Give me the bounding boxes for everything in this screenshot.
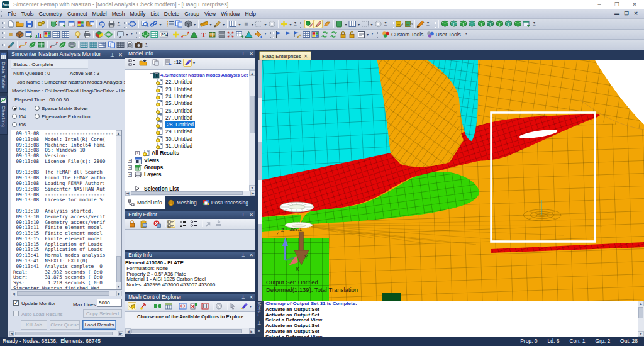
- user-tools-icon-label[interactable]: User Tools: [435, 31, 464, 38]
- note-edit-icon[interactable]: [395, 20, 404, 28]
- mesh-plus-icon[interactable]: [235, 30, 245, 39]
- tree-item-label[interactable]: 29..Untitled: [165, 128, 192, 135]
- document-tab-close-icon[interactable]: ✕: [304, 53, 308, 59]
- link-view-icon[interactable]: [150, 20, 159, 28]
- view-grid-icon[interactable]: [229, 20, 238, 28]
- tree-item-label[interactable]: Selection List: [144, 186, 179, 191]
- flag-post-icon[interactable]: [275, 30, 284, 39]
- tree-item-analysis-set[interactable]: −4..Simcenter Nastran Modes Analysis Set: [125, 72, 255, 79]
- view-select-icon[interactable]: ■: [6, 30, 16, 39]
- toolbox-icon[interactable]: [6, 40, 16, 49]
- scroll-up-button[interactable]: ▲: [638, 301, 644, 306]
- preferences-gears-icon[interactable]: [37, 20, 47, 28]
- max-lines-input[interactable]: 5000: [97, 299, 122, 307]
- grid-view-icon[interactable]: [167, 220, 175, 228]
- custom-tools-icon[interactable]: [382, 30, 391, 39]
- toolbar-overflow[interactable]: ▾─: [292, 21, 298, 26]
- tree-expander[interactable]: +: [128, 172, 132, 177]
- menu-model[interactable]: Model: [90, 9, 109, 19]
- h-box-icon[interactable]: [201, 302, 209, 310]
- highlighter-icon[interactable]: [183, 59, 192, 67]
- stack-icon[interactable]: [217, 30, 226, 39]
- tree-select-icon[interactable]: [189, 220, 198, 228]
- toolbar-grip[interactable]: [2, 42, 5, 48]
- lock1-icon[interactable]: [338, 30, 348, 39]
- toolbar-overflow[interactable]: ▾─: [143, 42, 149, 47]
- sidebar-tab-data-table[interactable]: Data Table: [0, 52, 8, 93]
- table-icon[interactable]: [164, 302, 173, 310]
- scroll-up-button[interactable]: ▲: [116, 130, 121, 136]
- dropdown-arrow-icon[interactable]: ▾: [357, 22, 361, 26]
- toolbar-grip[interactable]: [300, 21, 303, 28]
- scroll-down-button[interactable]: ▼: [249, 185, 255, 191]
- close-icon[interactable]: ✕: [249, 252, 253, 259]
- radio-log[interactable]: [12, 106, 17, 111]
- arrow-red-icon[interactable]: [139, 302, 148, 310]
- tree-item-all-results[interactable]: +All Results: [125, 150, 255, 157]
- mesh-dark-icon[interactable]: [116, 40, 126, 49]
- dropdown-arrow-icon[interactable]: ▾: [158, 22, 162, 26]
- draw-pencil-icon[interactable]: [416, 20, 426, 28]
- scroll-thumb[interactable]: [131, 329, 242, 333]
- tree-item-label[interactable]: 24..Untitled: [165, 93, 192, 100]
- hex-mesh-icon[interactable]: [67, 40, 77, 49]
- mesh-copy-icon[interactable]: [107, 40, 116, 49]
- node-red-icon[interactable]: [226, 30, 236, 39]
- tree-item-label[interactable]: 27..Untitled: [165, 114, 192, 121]
- viewport-3d[interactable]: Z 388.1 Y X Output Set: Untitled Deforme…: [262, 60, 644, 301]
- copy-view-icon[interactable]: [175, 20, 184, 28]
- scroll-down-button[interactable]: ▼: [116, 284, 121, 289]
- tree-expander[interactable]: +: [128, 159, 132, 163]
- log-horizontal-scrollbar[interactable]: ◀▶: [11, 291, 122, 296]
- window-minimize-button[interactable]: –: [592, 0, 606, 9]
- cone-icon[interactable]: [245, 30, 254, 39]
- message-line[interactable]: Activate an Output Set: [265, 323, 638, 329]
- flag-edit-icon[interactable]: [293, 30, 303, 39]
- window-restore-button[interactable]: ❐: [610, 0, 624, 9]
- tile-window-icon[interactable]: [67, 20, 77, 28]
- window-erase-icon[interactable]: [348, 20, 357, 28]
- scroll-right-button[interactable]: ▶: [116, 291, 122, 296]
- new-file-icon[interactable]: [6, 20, 16, 28]
- tree-item-label[interactable]: ---- -------------------------: [144, 179, 197, 186]
- post-beam-icon[interactable]: [513, 20, 523, 28]
- box-arrows-icon[interactable]: [178, 302, 187, 310]
- new-window-icon[interactable]: [58, 20, 68, 28]
- scroll-thumb[interactable]: [15, 332, 113, 335]
- tree-item-label[interactable]: Groups: [144, 164, 163, 171]
- text-icon[interactable]: T: [199, 30, 208, 39]
- dropdown-arrow-icon[interactable]: ▾: [193, 22, 197, 26]
- tab-meshing[interactable]: Meshing: [165, 196, 199, 209]
- window-close-button[interactable]: ✕: [628, 0, 641, 9]
- post-cut-icon[interactable]: [504, 20, 514, 28]
- copy-selected-button[interactable]: Copy Selected: [83, 309, 122, 318]
- sheet-color-icon[interactable]: [311, 30, 321, 39]
- node-plus-icon[interactable]: [172, 30, 181, 39]
- scroll-thumb[interactable]: [638, 307, 643, 318]
- tree-item-label[interactable]: 23..Untitled: [165, 86, 192, 93]
- radio-sparse-matrix-solver[interactable]: [35, 106, 40, 111]
- numbers-icon[interactable]: 234: [159, 30, 169, 39]
- model-info-tree[interactable]: −4..Simcenter Nastran Modes Analysis Set…: [125, 70, 255, 191]
- surf-green-icon[interactable]: [58, 40, 68, 49]
- close-icon[interactable]: ✕: [249, 211, 253, 218]
- add-entity-icon[interactable]: [280, 20, 289, 28]
- toolbar-grip[interactable]: [377, 31, 380, 38]
- tree-item-label[interactable]: 28..Untitled: [165, 121, 195, 128]
- scroll-up-button[interactable]: ▲: [249, 70, 255, 76]
- import-geometry-icon[interactable]: [49, 20, 58, 28]
- view-chart-icon[interactable]: [34, 30, 43, 39]
- print-icon[interactable]: [107, 20, 116, 28]
- scroll-left-button[interactable]: ◀: [11, 291, 16, 296]
- toolbar-overflow[interactable]: ▾─: [383, 21, 389, 26]
- mesh-control-scrollbar[interactable]: ◀▶: [125, 328, 255, 334]
- load-folder-icon[interactable]: [138, 59, 147, 67]
- tree-horizontal-scrollbar[interactable]: ◀▶: [125, 191, 255, 196]
- scroll-thumb[interactable]: [250, 96, 255, 133]
- scroll-thumb[interactable]: [131, 191, 243, 195]
- world-icon[interactable]: [104, 30, 113, 39]
- tree-vertical-scrollbar[interactable]: ▲▼: [249, 70, 255, 191]
- sort-icon[interactable]: [178, 220, 187, 228]
- tree-item-25--Untitled[interactable]: 25..Untitled: [125, 100, 255, 107]
- menu-help[interactable]: Help: [243, 9, 258, 19]
